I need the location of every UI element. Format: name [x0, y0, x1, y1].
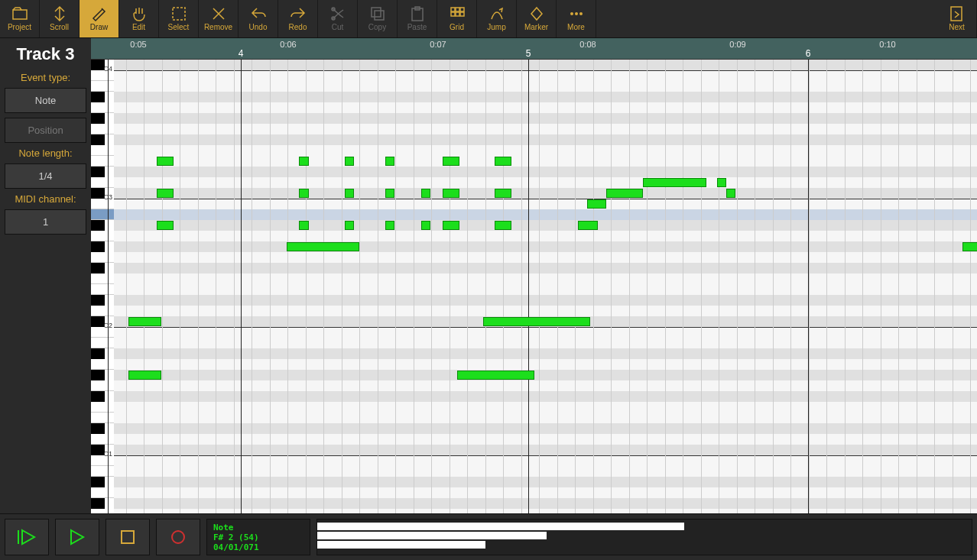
midi-note[interactable]: [495, 221, 511, 230]
midi-note[interactable]: [128, 371, 161, 380]
overview[interactable]: [316, 519, 972, 555]
midi-note[interactable]: [421, 221, 430, 230]
midi-note[interactable]: [483, 317, 590, 326]
event-type-position-button[interactable]: Position: [5, 118, 86, 143]
piano-key[interactable]: [91, 445, 105, 455]
project-button[interactable]: Project: [0, 0, 40, 37]
piano-key[interactable]: [91, 209, 114, 220]
midi-note[interactable]: [345, 221, 354, 230]
midi-note[interactable]: [287, 242, 359, 251]
midi-note[interactable]: [443, 157, 459, 166]
midi-note[interactable]: [385, 157, 394, 166]
midi-note[interactable]: [495, 189, 511, 198]
piano-roll[interactable]: 0:050:060:070:080:090:10456 C4C3C2C1: [91, 38, 977, 513]
midi-note[interactable]: [157, 221, 174, 230]
piano-key[interactable]: [91, 167, 105, 177]
midi-note[interactable]: [457, 371, 534, 380]
piano-key[interactable]: [91, 231, 114, 241]
grid-button[interactable]: Grid: [437, 0, 477, 37]
piano-key[interactable]: [91, 177, 114, 188]
midi-note[interactable]: [345, 157, 354, 166]
midi-note[interactable]: [128, 317, 161, 326]
piano-key[interactable]: [91, 102, 114, 113]
remove-button[interactable]: Remove: [199, 0, 239, 37]
piano-key[interactable]: [91, 92, 105, 102]
piano-key[interactable]: [91, 423, 105, 434]
marker-button[interactable]: Marker: [517, 0, 557, 37]
piano-key[interactable]: [91, 477, 105, 487]
midi-note[interactable]: [717, 178, 726, 187]
midi-note[interactable]: [578, 221, 598, 230]
edit-button[interactable]: Edit: [119, 0, 159, 37]
piano-key[interactable]: [91, 391, 105, 402]
midi-note[interactable]: [385, 221, 394, 230]
piano-key[interactable]: [91, 156, 114, 167]
note-length-button[interactable]: 1/4: [5, 163, 86, 189]
redo-button[interactable]: Redo: [278, 0, 318, 37]
midi-note[interactable]: [299, 189, 309, 198]
piano-key[interactable]: [91, 413, 114, 423]
piano-key[interactable]: [91, 359, 114, 370]
midi-channel-button[interactable]: 1: [5, 209, 86, 235]
piano-key[interactable]: [91, 60, 105, 70]
midi-note[interactable]: [962, 242, 977, 251]
piano-key[interactable]: [91, 338, 114, 348]
piano-key[interactable]: [91, 113, 105, 124]
piano-key[interactable]: [91, 188, 105, 199]
piano-key[interactable]: [91, 284, 114, 295]
paste-button[interactable]: Paste: [398, 0, 437, 37]
piano-key[interactable]: [91, 81, 114, 92]
piano-key[interactable]: [91, 380, 114, 391]
midi-note[interactable]: [299, 221, 309, 230]
piano-key[interactable]: [91, 434, 114, 445]
piano-key[interactable]: [91, 252, 114, 263]
midi-note[interactable]: [385, 189, 394, 198]
piano-key[interactable]: [91, 134, 105, 145]
piano-key[interactable]: [91, 145, 114, 156]
piano-key[interactable]: [91, 348, 105, 359]
undo-button[interactable]: Undo: [239, 0, 278, 37]
midi-note[interactable]: [443, 221, 459, 230]
copy-button[interactable]: Copy: [358, 0, 398, 37]
piano-key[interactable]: [91, 241, 105, 252]
piano-key[interactable]: [91, 263, 105, 274]
piano-key[interactable]: [91, 466, 114, 477]
midi-note[interactable]: [299, 157, 309, 166]
midi-note[interactable]: [606, 189, 643, 198]
piano-keys[interactable]: C4C3C2C1: [91, 60, 114, 513]
piano-key[interactable]: [91, 498, 105, 509]
next-button[interactable]: Next: [937, 0, 977, 37]
midi-note[interactable]: [643, 178, 706, 187]
midi-note[interactable]: [157, 189, 174, 198]
play-button[interactable]: [55, 519, 99, 555]
piano-key[interactable]: [91, 274, 114, 284]
scroll-button[interactable]: Scroll: [40, 0, 80, 37]
midi-note[interactable]: [726, 189, 735, 198]
piano-key[interactable]: [91, 509, 114, 513]
note-grid[interactable]: [114, 60, 977, 513]
piano-key[interactable]: [91, 402, 114, 413]
jump-button[interactable]: Jump: [477, 0, 517, 37]
cut-button[interactable]: Cut: [318, 0, 358, 37]
more-button[interactable]: More: [557, 0, 596, 37]
stop-button[interactable]: [105, 519, 150, 555]
timeline[interactable]: 0:050:060:070:080:090:10456: [91, 38, 977, 60]
piano-key[interactable]: [91, 124, 114, 134]
midi-note[interactable]: [587, 199, 606, 209]
piano-key[interactable]: [91, 487, 114, 498]
event-type-note-button[interactable]: Note: [5, 88, 86, 113]
draw-button[interactable]: Draw: [80, 0, 119, 37]
midi-note[interactable]: [345, 189, 354, 198]
select-button[interactable]: Select: [159, 0, 199, 37]
piano-key[interactable]: [91, 306, 114, 316]
midi-note[interactable]: [495, 157, 511, 166]
play-from-start-button[interactable]: [5, 519, 49, 555]
record-button[interactable]: [156, 519, 200, 555]
piano-key[interactable]: [91, 295, 105, 306]
midi-note[interactable]: [421, 189, 430, 198]
piano-key[interactable]: [91, 220, 105, 231]
piano-key[interactable]: [91, 316, 105, 327]
midi-note[interactable]: [157, 157, 174, 166]
midi-note[interactable]: [443, 189, 459, 198]
piano-key[interactable]: [91, 370, 105, 380]
